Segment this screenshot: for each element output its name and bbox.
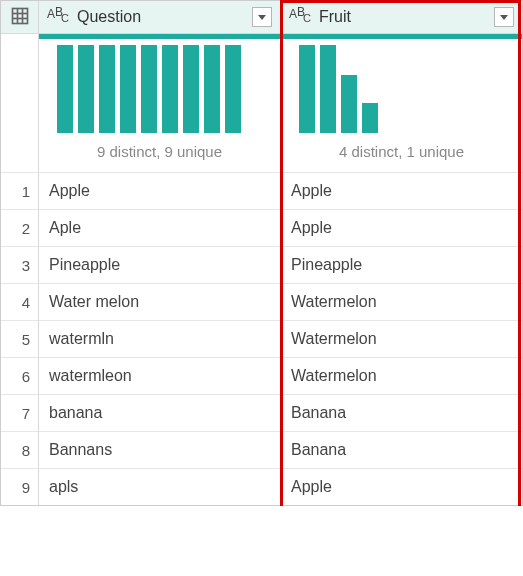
column-dropdown-button[interactable] [252, 7, 272, 27]
table-row[interactable]: 3PineapplePineapple [1, 246, 522, 283]
row-number[interactable]: 5 [1, 320, 39, 357]
cell-fruit[interactable]: Apple [281, 209, 522, 246]
cell-question[interactable]: apls [39, 468, 281, 505]
column-name: Fruit [319, 8, 351, 26]
row-number[interactable]: 8 [1, 431, 39, 468]
column-profile-fruit[interactable]: 4 distinct, 1 unique [281, 33, 522, 172]
text-type-icon: ABC [47, 8, 71, 26]
profile-stats: 9 distinct, 9 unique [39, 139, 280, 172]
row-number[interactable]: 9 [1, 468, 39, 505]
data-table: ABC Question ABC Fruit [0, 0, 523, 506]
row-number[interactable]: 4 [1, 283, 39, 320]
cell-question[interactable]: Pineapple [39, 246, 281, 283]
table-row[interactable]: 1AppleApple [1, 172, 522, 209]
column-name: Question [77, 8, 141, 26]
table-row[interactable]: 2ApleApple [1, 209, 522, 246]
cell-fruit[interactable]: Apple [281, 468, 522, 505]
row-number[interactable]: 7 [1, 394, 39, 431]
column-profile-row: 9 distinct, 9 unique 4 distinct, 1 uniqu… [1, 33, 522, 172]
cell-fruit[interactable]: Watermelon [281, 283, 522, 320]
header-row: ABC Question ABC Fruit [1, 1, 522, 33]
table-icon [10, 6, 30, 29]
cell-fruit[interactable]: Pineapple [281, 246, 522, 283]
table-row[interactable]: 5watermlnWatermelon [1, 320, 522, 357]
cell-fruit[interactable]: Banana [281, 431, 522, 468]
cell-fruit[interactable]: Apple [281, 172, 522, 209]
distribution-histogram [281, 39, 522, 139]
row-number[interactable]: 3 [1, 246, 39, 283]
cell-fruit[interactable]: Watermelon [281, 357, 522, 394]
cell-question[interactable]: Aple [39, 209, 281, 246]
distribution-histogram [39, 39, 280, 139]
select-all-cell[interactable] [1, 1, 39, 33]
profile-stats: 4 distinct, 1 unique [281, 139, 522, 172]
table-row[interactable]: 4Water melonWatermelon [1, 283, 522, 320]
cell-question[interactable]: Water melon [39, 283, 281, 320]
column-header-question[interactable]: ABC Question [39, 1, 281, 33]
column-header-fruit[interactable]: ABC Fruit [281, 1, 522, 33]
row-number[interactable]: 6 [1, 357, 39, 394]
column-dropdown-button[interactable] [494, 7, 514, 27]
table-row[interactable]: 9aplsApple [1, 468, 522, 505]
text-type-icon: ABC [289, 8, 313, 26]
cell-question[interactable]: watermleon [39, 357, 281, 394]
cell-question[interactable]: Apple [39, 172, 281, 209]
row-number[interactable]: 1 [1, 172, 39, 209]
row-number[interactable]: 2 [1, 209, 39, 246]
cell-question[interactable]: watermln [39, 320, 281, 357]
svg-marker-6 [500, 15, 508, 20]
table-row[interactable]: 8BannansBanana [1, 431, 522, 468]
cell-question[interactable]: Bannans [39, 431, 281, 468]
table-row[interactable]: 7bananaBanana [1, 394, 522, 431]
profile-gutter [1, 33, 39, 172]
column-profile-question[interactable]: 9 distinct, 9 unique [39, 33, 281, 172]
svg-marker-5 [258, 15, 266, 20]
cell-question[interactable]: banana [39, 394, 281, 431]
cell-fruit[interactable]: Banana [281, 394, 522, 431]
svg-rect-0 [12, 8, 27, 23]
table-row[interactable]: 6watermleonWatermelon [1, 357, 522, 394]
cell-fruit[interactable]: Watermelon [281, 320, 522, 357]
